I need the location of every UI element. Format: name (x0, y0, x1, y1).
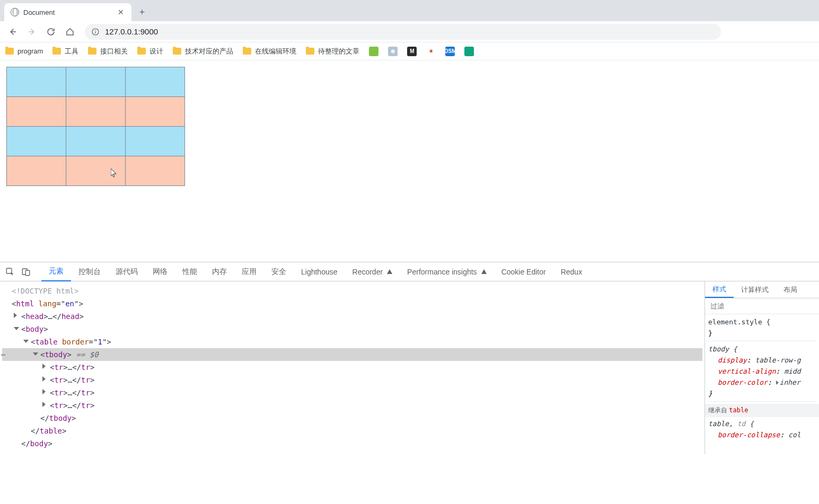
devtools-tab[interactable]: 应用 (234, 262, 264, 281)
back-button[interactable] (4, 23, 21, 40)
table-row (7, 127, 185, 156)
styles-subtab[interactable]: 布局 (776, 281, 805, 298)
bookmark-item[interactable]: 技术对应的产品 (173, 47, 233, 56)
new-tab-button[interactable]: + (135, 5, 149, 20)
table-cell (126, 156, 185, 186)
devtools-tab[interactable]: Performance insights (400, 262, 494, 281)
devtools-tab[interactable]: Lighthouse (294, 262, 345, 281)
devtools-tab[interactable]: 内存 (205, 262, 234, 281)
info-icon[interactable] (91, 28, 100, 36)
devtools-tab[interactable]: 安全 (264, 262, 294, 281)
table-cell (66, 67, 126, 97)
beta-icon (481, 269, 487, 274)
extension-icon[interactable]: DSM (445, 47, 455, 56)
table-cell (66, 156, 126, 186)
bookmark-item[interactable]: program (5, 47, 43, 55)
bookmark-label: 接口相关 (100, 47, 128, 56)
selector-text[interactable]: table, td { (708, 420, 754, 428)
caret-icon[interactable] (23, 340, 29, 343)
arrow-right-icon (27, 27, 37, 37)
extension-icon[interactable]: ✶ (426, 47, 436, 56)
dom-head[interactable]: <head>…</head> (2, 310, 702, 323)
tab-strip: Document ✕ + (0, 0, 819, 21)
folder-icon (306, 48, 314, 55)
device-toggle-button[interactable] (19, 265, 33, 279)
extension-icon[interactable] (464, 47, 474, 56)
caret-icon[interactable] (42, 364, 46, 369)
extension-icon[interactable]: M (407, 47, 417, 56)
caret-icon[interactable] (14, 313, 17, 318)
extension-icon[interactable] (369, 47, 378, 56)
selector-text[interactable]: tbody { (708, 345, 737, 353)
table-cell (66, 97, 126, 127)
devtools-tab[interactable]: 网络 (145, 262, 175, 281)
reload-button[interactable] (42, 23, 59, 40)
bookmark-item[interactable]: 在线编辑环境 (243, 47, 296, 56)
dom-html-open[interactable]: <html lang="en"> (2, 297, 702, 310)
styles-tabs: 样式计算样式布局 (705, 281, 819, 298)
devtools-tabs: 元素控制台源代码网络性能内存应用安全LighthouseRecorderPerf… (0, 262, 819, 281)
filter-input[interactable] (705, 298, 819, 314)
devtools-tab[interactable]: 控制台 (71, 262, 108, 281)
close-icon[interactable]: ✕ (117, 8, 125, 16)
dom-table-close[interactable]: </table> (2, 425, 702, 437)
inspect-element-button[interactable] (3, 265, 17, 279)
bookmark-label: program (17, 47, 43, 55)
dom-tr[interactable]: <tr>…</tr> (2, 386, 702, 399)
tab-title: Document (23, 8, 112, 16)
devtools-tab[interactable]: Recorder (345, 262, 400, 281)
beta-icon (387, 269, 392, 274)
devtools-tab[interactable]: 源代码 (108, 262, 145, 281)
devtools: 元素控制台源代码网络性能内存应用安全LighthouseRecorderPerf… (0, 262, 819, 454)
css-property[interactable]: vertical-align: midd (708, 366, 816, 377)
bookmark-item[interactable]: 接口相关 (88, 47, 128, 56)
folder-icon (5, 48, 14, 55)
table-cell (66, 127, 126, 156)
caret-icon[interactable] (14, 327, 19, 330)
caret-icon[interactable] (42, 389, 46, 394)
devtools-tab[interactable]: Cookie Editor (494, 262, 553, 281)
devtools-tab[interactable]: 性能 (175, 262, 205, 281)
dom-tr[interactable]: <tr>…</tr> (2, 399, 702, 412)
bookmark-item[interactable]: 待整理的文章 (306, 47, 359, 56)
bookmarks-bar: program工具接口相关设计技术对应的产品在线编辑环境待整理的文章⊕M✶DSM (0, 42, 819, 60)
bookmark-item[interactable]: 设计 (137, 47, 163, 56)
table-cell (7, 97, 66, 127)
styles-filter (705, 298, 819, 314)
address-bar[interactable]: 127.0.0.1:9000 (85, 24, 721, 40)
dom-tbody-close[interactable]: </tbody> (2, 412, 702, 425)
url-text: 127.0.0.1:9000 (105, 27, 158, 36)
dom-tr[interactable]: <tr>…</tr> (2, 374, 702, 386)
caret-icon[interactable] (42, 402, 46, 407)
dom-tr[interactable]: <tr>…</tr> (2, 361, 702, 374)
caret-icon[interactable] (33, 352, 38, 356)
dom-body-close[interactable]: </body> (2, 437, 702, 450)
devtools-body: <!DOCTYPE html> <html lang="en"> <head>…… (0, 281, 819, 454)
more-icon[interactable]: ⋯ (1, 348, 5, 361)
caret-icon[interactable] (42, 376, 46, 382)
table-cell (7, 67, 66, 97)
bookmark-label: 待整理的文章 (318, 47, 359, 56)
bookmark-item[interactable]: 工具 (52, 47, 78, 56)
css-property[interactable]: border-collapse: col (708, 429, 816, 440)
dom-table-open[interactable]: <table border="1"> (2, 335, 702, 348)
css-property[interactable]: border-color: inher (708, 377, 816, 388)
table-row (7, 97, 185, 127)
dom-tbody-open[interactable]: ⋯<tbody> == $0 (2, 348, 702, 361)
dom-doctype[interactable]: <!DOCTYPE html> (2, 285, 702, 297)
styles-rules[interactable]: element.style { } tbody { display: table… (705, 314, 819, 454)
home-button[interactable] (61, 23, 78, 40)
devtools-tab[interactable]: 元素 (41, 262, 71, 281)
css-property[interactable]: display: table-row-g (708, 355, 816, 366)
dom-tree[interactable]: <!DOCTYPE html> <html lang="en"> <head>…… (0, 281, 704, 454)
folder-icon (243, 48, 251, 55)
dom-body-open[interactable]: <body> (2, 323, 702, 335)
table-cell (7, 156, 66, 186)
devtools-tab[interactable]: Redux (553, 262, 589, 281)
selector-text[interactable]: element.style { (708, 318, 770, 326)
table-cell (126, 67, 185, 97)
styles-subtab[interactable]: 计算样式 (734, 281, 776, 298)
styles-subtab[interactable]: 样式 (705, 281, 734, 298)
extension-icon[interactable]: ⊕ (388, 47, 398, 56)
browser-tab[interactable]: Document ✕ (4, 3, 131, 21)
